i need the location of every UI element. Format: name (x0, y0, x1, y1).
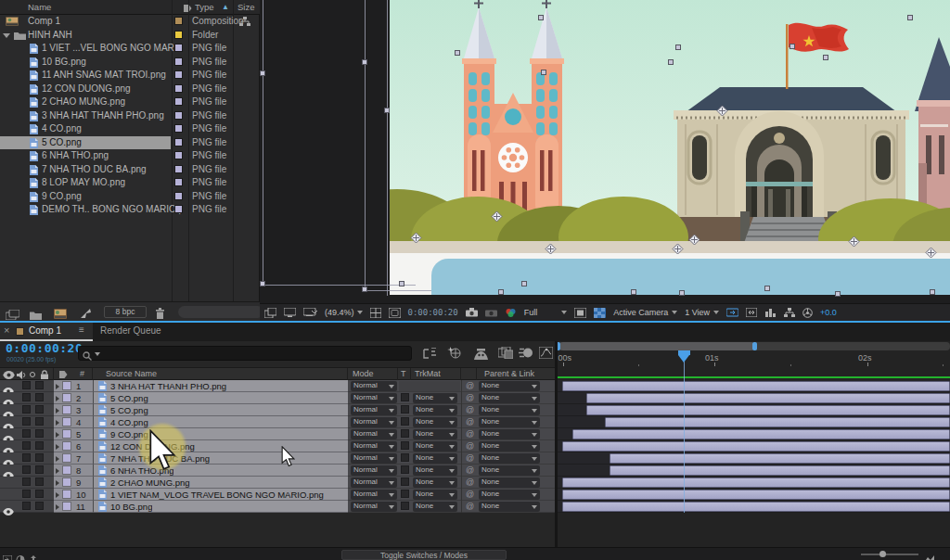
view-layout-select[interactable]: 1 View (685, 308, 710, 317)
project-row[interactable]: 9 CO.pngPNG file (0, 190, 260, 204)
zoom-level[interactable]: (49.4%) (325, 308, 354, 317)
layer-label-swatch[interactable] (62, 502, 71, 511)
item-name[interactable]: 7 NHA THO DUC BA.png (42, 163, 147, 176)
mode-dropdown[interactable]: Normal (351, 441, 397, 452)
trkmat-dropdown[interactable]: None (413, 477, 457, 488)
resolution-select[interactable]: Full (524, 308, 538, 317)
region-of-interest-icon[interactable] (574, 308, 586, 318)
lock-cell[interactable] (35, 441, 44, 450)
t-switch-cell[interactable] (401, 393, 409, 401)
project-row[interactable]: HINH ANHFolder (0, 29, 260, 43)
layer-expand-arrow[interactable] (56, 444, 59, 450)
trkmat-dropdown[interactable]: None (413, 405, 457, 415)
selection-handle[interactable] (384, 108, 390, 113)
item-name[interactable]: 4 CO.png (42, 122, 82, 135)
timeline-graph-icon[interactable] (764, 308, 777, 317)
layer-name-cell[interactable]: 6 NHA THO.png (93, 465, 348, 477)
column-header-source-name[interactable]: Source Name (106, 368, 157, 380)
selection-handle[interactable] (675, 45, 681, 50)
layer-expand-arrow[interactable] (56, 480, 59, 486)
layer-row[interactable]: 44 CO.pngNormalNone@None (0, 416, 555, 428)
parent-pickwhip-icon[interactable]: @ (466, 416, 474, 427)
t-switch-cell[interactable] (401, 502, 409, 510)
parent-pickwhip-icon[interactable]: @ (466, 501, 474, 512)
composition-viewer[interactable] (260, 0, 950, 303)
solo-cell[interactable] (22, 453, 31, 462)
navigator-end-handle[interactable] (752, 342, 757, 350)
zoom-in-mountain-icon[interactable] (924, 550, 935, 560)
parent-dropdown[interactable]: None (479, 405, 540, 415)
layer-name-cell[interactable]: 9 CO.png (93, 428, 348, 440)
solo-cell[interactable] (22, 417, 31, 426)
parent-pickwhip-icon[interactable]: @ (466, 380, 474, 391)
layer-label-swatch[interactable] (62, 405, 71, 414)
trkmat-dropdown[interactable]: None (413, 465, 457, 476)
safe-margins-icon[interactable] (389, 308, 401, 318)
t-switch-cell[interactable] (401, 465, 409, 474)
layer-expand-arrow[interactable] (56, 456, 59, 462)
tab-menu-icon[interactable]: ≡ (79, 325, 84, 335)
column-header-name[interactable]: Name (28, 0, 51, 14)
layer-label-swatch[interactable] (62, 381, 71, 390)
lock-cell[interactable] (35, 381, 44, 389)
lock-cell[interactable] (35, 465, 44, 474)
anchor-point-icon[interactable] (491, 210, 503, 226)
layer-name-cell[interactable]: 1 VIET NAM_VLOG TRAVEL BONG NGO MARIO.pn… (93, 489, 348, 501)
selection-handle[interactable] (455, 50, 460, 56)
anchor-point-icon[interactable] (716, 104, 728, 121)
project-row[interactable]: 2 CHAO MUNG.pngPNG file (0, 95, 260, 109)
item-name[interactable]: DEMO TH.. BONG NGO MARIO.png (42, 203, 181, 216)
list-graph-divider[interactable] (555, 341, 558, 547)
preview-monitor-icon[interactable] (303, 308, 317, 317)
mode-dropdown[interactable]: Normal (351, 453, 397, 464)
column-header-mode[interactable]: Mode (353, 368, 374, 380)
label-color-swatch[interactable] (174, 165, 183, 173)
mode-dropdown[interactable]: Normal (351, 502, 397, 512)
layer-label-swatch[interactable] (62, 477, 71, 487)
camera-view-select[interactable]: Active Camera (613, 308, 668, 317)
view-layout-carat[interactable] (713, 311, 719, 314)
project-row[interactable]: 3 NHA HAT THANH PHO.pngPNG file (0, 109, 260, 123)
layer-label-swatch[interactable] (62, 441, 71, 451)
solo-cell[interactable] (22, 429, 31, 438)
selection-handle[interactable] (498, 289, 504, 295)
project-row[interactable]: 7 NHA THO DUC BA.pngPNG file (0, 163, 260, 177)
selection-handle[interactable] (399, 281, 404, 286)
layer-expand-arrow[interactable] (56, 384, 59, 389)
lock-cell[interactable] (35, 405, 44, 414)
project-row[interactable]: 4 CO.pngPNG file (0, 122, 260, 136)
timeline-zoom-slider[interactable] (861, 554, 918, 555)
motion-blur-icon[interactable] (519, 346, 533, 363)
t-switch-cell[interactable] (401, 441, 409, 450)
layer-name-cell[interactable]: 7 NHA THO DUC BA.png (93, 452, 348, 465)
layer-name-cell[interactable]: 4 CO.png (93, 416, 348, 428)
item-name[interactable]: 9 CO.png (42, 190, 82, 203)
trkmat-dropdown[interactable]: None (413, 490, 457, 500)
selection-handle[interactable] (538, 15, 544, 20)
bit-depth-button[interactable]: 8 bpc (104, 306, 147, 318)
trkmat-dropdown[interactable]: None (413, 393, 457, 403)
trkmat-dropdown[interactable]: None (413, 453, 457, 464)
solo-column-icon[interactable] (30, 372, 35, 377)
layer-duration-bar[interactable] (562, 502, 950, 512)
expand-transfer-icon[interactable] (16, 551, 25, 560)
item-name[interactable]: 1 VIET ...VEL BONG NGO MARIO.png (42, 42, 181, 55)
project-row[interactable]: 5 CO.pngPNG file (0, 136, 260, 150)
layer-label-swatch[interactable] (62, 393, 71, 402)
item-name[interactable]: 2 CHAO MUNG.png (42, 95, 125, 108)
time-navigator-range[interactable] (559, 342, 754, 350)
label-color-swatch[interactable] (174, 57, 183, 66)
lock-cell[interactable] (35, 477, 44, 486)
item-name[interactable]: 6 NHA THO.png (42, 149, 109, 162)
layer-label-swatch[interactable] (62, 490, 71, 499)
anchor-point-icon[interactable] (545, 242, 557, 259)
parent-dropdown[interactable]: None (479, 393, 540, 403)
monitor-icon[interactable] (284, 308, 296, 317)
graph-editor-icon[interactable] (539, 346, 553, 363)
trkmat-dropdown[interactable]: None (413, 502, 457, 512)
mode-dropdown[interactable]: Normal (351, 477, 397, 488)
tab-render-queue[interactable]: Render Queue (100, 325, 161, 336)
parent-dropdown[interactable]: None (479, 429, 540, 439)
layer-row[interactable]: 92 CHAO MUNG.pngNormalNone@None (0, 477, 555, 489)
selection-handle[interactable] (790, 44, 795, 49)
